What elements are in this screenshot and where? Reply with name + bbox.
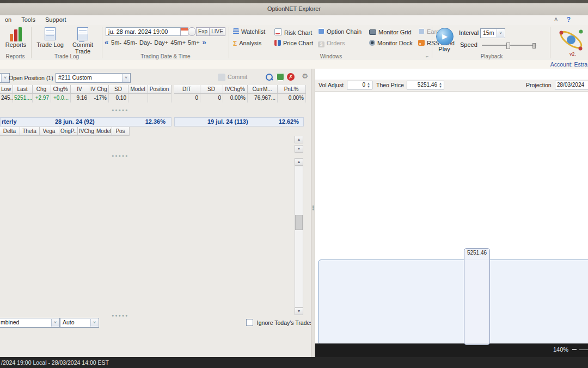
chevron-down-icon[interactable]: ˅	[497, 29, 504, 37]
column-header[interactable]: Vega	[40, 127, 59, 136]
price-chart-button[interactable]: Price Chart	[274, 40, 313, 46]
column-header[interactable]: IVChg%	[223, 85, 248, 94]
reports-button[interactable]: Reports	[3, 27, 28, 48]
column-header[interactable]: IVChg	[78, 127, 95, 136]
menu-item-on[interactable]: on	[0, 15, 16, 24]
column-header[interactable]: IV	[71, 85, 89, 94]
theo-price-label: Theo Price	[376, 82, 404, 88]
live-button[interactable]: LIVE	[209, 27, 225, 36]
reports-group-label: Reports	[0, 53, 30, 59]
column-header[interactable]: Delta	[0, 127, 20, 136]
column-header[interactable]: Position	[148, 85, 171, 94]
nav-button-5m+[interactable]: 5m+	[188, 39, 200, 46]
column-header[interactable]: Low	[0, 85, 13, 94]
exp-button[interactable]: Exp	[196, 27, 210, 36]
account-label: Account: Estra	[550, 61, 588, 68]
scroll-up-icon[interactable]: ▲	[295, 136, 303, 143]
zoom-slider[interactable]	[579, 349, 588, 350]
windows-dialog-launcher-icon[interactable]: ⌐	[426, 53, 428, 59]
monitor-grid-button[interactable]: Monitor Grid	[369, 28, 412, 35]
help-icon[interactable]: ?	[567, 16, 571, 23]
column-header[interactable]: SD	[109, 85, 128, 94]
position-select[interactable]: #211 Custom˅	[56, 73, 131, 83]
speed-slider-handle[interactable]	[506, 43, 510, 49]
column-header[interactable]: Model	[95, 127, 112, 136]
column-header[interactable]: PnL%	[278, 85, 306, 94]
export-icon[interactable]	[277, 73, 284, 81]
nav-button-45m-[interactable]: 45m-	[124, 39, 137, 46]
column-header[interactable]: Chg%	[51, 85, 71, 94]
chevron-down-icon[interactable]: ˅	[51, 319, 59, 327]
watchlist-button[interactable]: Watchlist	[233, 28, 265, 35]
collapse-ribbon-icon[interactable]: ˄	[554, 16, 558, 22]
scroll-up-icon[interactable]: ▲	[295, 158, 303, 166]
column-header[interactable]: Last	[13, 85, 33, 94]
column-header[interactable]: IV Chg	[89, 85, 109, 94]
scroll-down-icon[interactable]: ▼	[295, 145, 303, 153]
column-header[interactable]: Theta	[20, 127, 40, 136]
analysis-button[interactable]: ΣAnalysis	[233, 40, 261, 46]
scrollbar-thumb[interactable]	[295, 215, 303, 230]
datetime-group-label: Trading Date & Time	[103, 53, 228, 59]
risk-chart-button[interactable]: Risk Chart	[274, 28, 312, 36]
search-icon[interactable]	[266, 74, 273, 81]
scroll-down-icon[interactable]: ▼	[295, 307, 303, 315]
nav-button-5m-[interactable]: 5m-	[111, 39, 121, 46]
trading-datetime-input[interactable]: ju. 28 mar. 2024 19:00	[106, 27, 183, 36]
menu-item-support[interactable]: Support	[40, 15, 71, 24]
table-cell: 76,967...	[248, 94, 278, 102]
table-row	[0, 136, 130, 144]
nav-button-45m+[interactable]: 45m+	[170, 39, 186, 46]
close-icon[interactable]: ✗	[287, 73, 295, 81]
vol-adjust-input[interactable]: 0▲▼	[347, 81, 372, 89]
column-header[interactable]: DIT	[174, 85, 200, 94]
zoom-out-icon[interactable]	[572, 349, 577, 350]
spinner-icon[interactable]: ▲▼	[366, 82, 371, 88]
interval-select[interactable]: 15m˅	[480, 28, 505, 38]
chevron-down-icon[interactable]: ˅	[122, 74, 130, 82]
gear-icon[interactable]: ⚙	[301, 73, 309, 80]
column-header[interactable]: CurrM...	[248, 85, 278, 94]
title-bar: OptionNET Explorer	[0, 3, 588, 15]
nav-button-Day-[interactable]: Day-	[139, 39, 152, 46]
option-chain-icon	[318, 28, 324, 34]
risk-chart[interactable]	[315, 91, 588, 255]
chevron-down-icon[interactable]: ˅	[90, 319, 98, 327]
clock-icon[interactable]	[188, 27, 196, 36]
column-header[interactable]: SD	[200, 85, 223, 94]
spinner-icon[interactable]: ▲▼	[438, 82, 443, 88]
orders-icon: $	[318, 41, 324, 47]
column-header[interactable]: Pos	[112, 127, 130, 136]
commit-button[interactable]: Commit	[218, 74, 247, 80]
column-header[interactable]: Chg	[33, 85, 51, 94]
risk-chart-panel: Vol Adjust 0▲▼ Theo Price 5251.46▲▼ Proj…	[315, 69, 588, 357]
risk-chart-icon	[274, 28, 282, 35]
auto-select[interactable]: Auto˅	[60, 318, 99, 328]
monitor-dock-button[interactable]: Monitor Dock	[369, 40, 413, 46]
play-label: Play	[436, 46, 453, 52]
speed-slider-handle-2[interactable]	[532, 43, 536, 49]
trade-log-button[interactable]: Trade Log	[36, 27, 64, 48]
option-chain-button[interactable]: Option Chain	[318, 28, 362, 35]
table-row: 000.00%76,967...0.00%	[174, 94, 306, 102]
expiry-group-header[interactable]: 19 jul. 24 (113)12.62%	[174, 117, 304, 126]
nav-button-Day+[interactable]: Day+	[154, 39, 168, 46]
scrollbar-track[interactable]	[295, 166, 303, 307]
theo-price-input[interactable]: 5251.46▲▼	[407, 81, 444, 89]
projection-date-input[interactable]: 28/03/2024	[555, 81, 588, 89]
greeks-panel	[318, 260, 588, 345]
expiry-group-header[interactable]: rterly28 jun. 24 (92)12.36%	[0, 117, 171, 126]
rewind-icon[interactable]: «	[105, 38, 108, 46]
rss-feed-icon	[418, 40, 425, 46]
ignore-todays-trades-checkbox[interactable]: Ignore Today's Trades	[246, 319, 313, 326]
forward-icon[interactable]: »	[203, 38, 206, 46]
calendar-icon[interactable]	[180, 27, 188, 36]
table-cell: 0.10	[109, 94, 128, 102]
menu-item-tools[interactable]: Tools	[16, 15, 40, 24]
combine-mode-select[interactable]: mbined˅	[0, 318, 60, 328]
column-header[interactable]: Model	[128, 85, 148, 94]
commit-trade-button[interactable]: + Commit Trade	[65, 27, 100, 55]
play-button[interactable]: ▶	[436, 28, 454, 45]
earnings-icon	[418, 28, 425, 34]
column-header[interactable]: OrigP...	[59, 127, 78, 136]
